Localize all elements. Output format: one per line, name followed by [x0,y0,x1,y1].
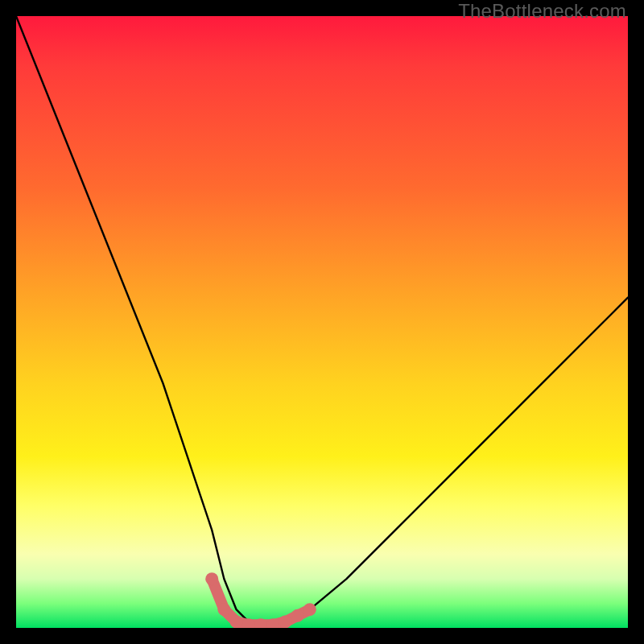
marker-dot [217,603,230,616]
marker-dot [291,609,304,622]
watermark-text: TheBottleneck.com [458,0,626,23]
marker-dot [205,572,218,585]
chart-svg [16,16,628,628]
marker-dot [230,615,243,628]
bottleneck-curve [16,16,628,625]
chart-frame: TheBottleneck.com [0,0,644,644]
plot-area [16,16,628,628]
marker-dot [303,603,316,616]
marker-dot [279,615,291,628]
